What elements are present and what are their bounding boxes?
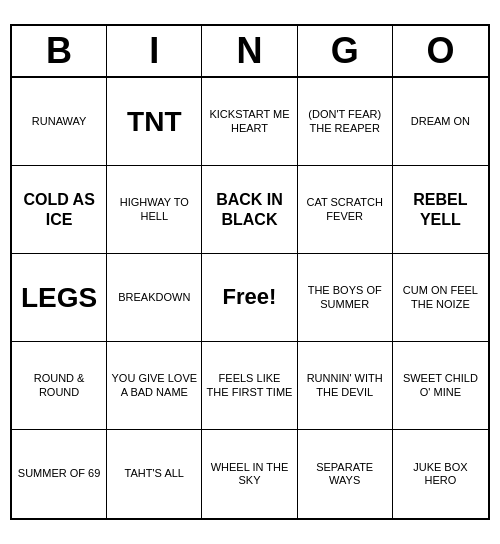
- bingo-cell-13[interactable]: THE BOYS OF SUMMER: [298, 254, 393, 342]
- bingo-cell-20[interactable]: SUMMER OF 69: [12, 430, 107, 518]
- bingo-cell-11[interactable]: BREAKDOWN: [107, 254, 202, 342]
- header-letter-b: B: [12, 26, 107, 76]
- header-letter-i: I: [107, 26, 202, 76]
- bingo-cell-14[interactable]: CUM ON FEEL THE NOIZE: [393, 254, 488, 342]
- bingo-cell-17[interactable]: FEELS LIKE THE FIRST TIME: [202, 342, 297, 430]
- bingo-cell-15[interactable]: ROUND & ROUND: [12, 342, 107, 430]
- bingo-cell-0[interactable]: RUNAWAY: [12, 78, 107, 166]
- header-letter-o: O: [393, 26, 488, 76]
- bingo-cell-1[interactable]: TNT: [107, 78, 202, 166]
- bingo-cell-22[interactable]: WHEEL IN THE SKY: [202, 430, 297, 518]
- bingo-cell-4[interactable]: DREAM ON: [393, 78, 488, 166]
- bingo-cell-12[interactable]: Free!: [202, 254, 297, 342]
- bingo-card: BINGO RUNAWAYTNTKICKSTART ME HEART(DON'T…: [10, 24, 490, 520]
- bingo-cell-3[interactable]: (DON'T FEAR) THE REAPER: [298, 78, 393, 166]
- header-letter-g: G: [298, 26, 393, 76]
- bingo-cell-18[interactable]: RUNNIN' WITH THE DEVIL: [298, 342, 393, 430]
- bingo-cell-8[interactable]: CAT SCRATCH FEVER: [298, 166, 393, 254]
- bingo-cell-21[interactable]: TAHT'S ALL: [107, 430, 202, 518]
- bingo-cell-10[interactable]: LEGS: [12, 254, 107, 342]
- bingo-cell-23[interactable]: SEPARATE WAYS: [298, 430, 393, 518]
- bingo-cell-16[interactable]: YOU GIVE LOVE A BAD NAME: [107, 342, 202, 430]
- bingo-header: BINGO: [12, 26, 488, 78]
- bingo-cell-5[interactable]: COLD AS ICE: [12, 166, 107, 254]
- bingo-cell-9[interactable]: REBEL YELL: [393, 166, 488, 254]
- bingo-cell-6[interactable]: HIGHWAY TO HELL: [107, 166, 202, 254]
- bingo-cell-24[interactable]: JUKE BOX HERO: [393, 430, 488, 518]
- bingo-cell-2[interactable]: KICKSTART ME HEART: [202, 78, 297, 166]
- bingo-cell-7[interactable]: BACK IN BLACK: [202, 166, 297, 254]
- bingo-grid: RUNAWAYTNTKICKSTART ME HEART(DON'T FEAR)…: [12, 78, 488, 518]
- header-letter-n: N: [202, 26, 297, 76]
- bingo-cell-19[interactable]: SWEET CHILD O' MINE: [393, 342, 488, 430]
